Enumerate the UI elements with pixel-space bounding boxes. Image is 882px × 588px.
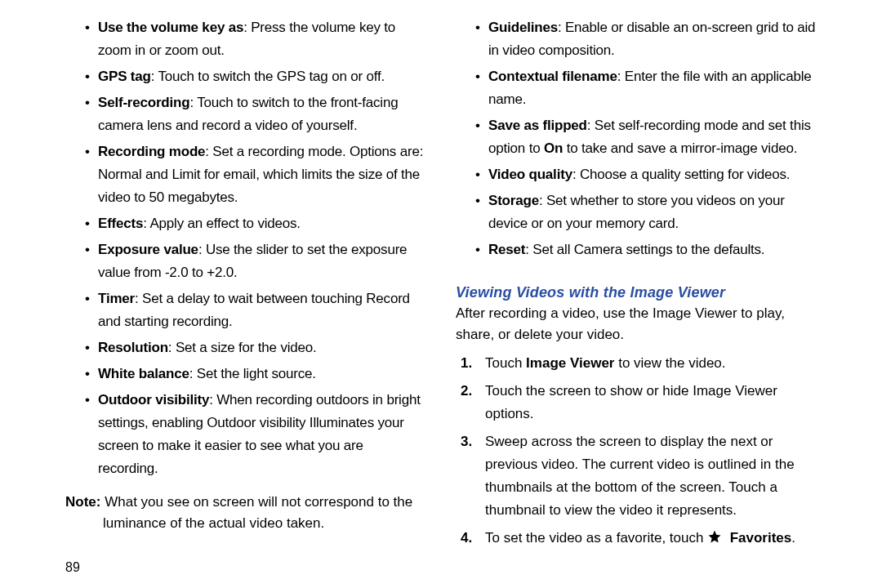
term: Effects [98,216,143,231]
term: Recording mode [98,144,205,159]
step-item: Sweep across the screen to display the n… [485,430,817,522]
list-item: Resolution: Set a size for the video. [98,336,426,359]
settings-list-left: Use the volume key as: Press the volume … [65,16,426,480]
term: Video quality [488,167,572,182]
term: Outdoor visibility [98,392,209,408]
term: Contextual filename [488,69,617,84]
step-bold: Favorites [730,530,792,546]
list-item: Save as flipped: Set self-recording mode… [488,114,817,160]
term: Storage [488,193,539,208]
desc: : Set all Camera settings to the default… [525,242,764,257]
term: GPS tag [98,69,151,84]
desc: : Choose a quality setting for videos. [572,167,790,182]
list-item: Effects: Apply an effect to videos. [98,212,426,235]
step-item: To set the video as a favorite, touch Fa… [485,527,817,550]
list-item: Outdoor visibility: When recording outdo… [98,389,426,480]
desc: to take and save a mirror-image video. [563,140,797,156]
list-item: Use the volume key as: Press the volume … [98,16,426,62]
term: Exposure value [98,242,198,257]
desc: : Set the light source. [189,366,316,381]
list-item: Video quality: Choose a quality setting … [488,163,817,186]
desc: : Set a size for the video. [168,340,317,355]
right-column: Guidelines: Enable or disable an on-scre… [441,16,849,572]
list-item: Contextual filename: Enter the file with… [488,65,817,111]
step-text: to view the video. [614,355,725,371]
page-number: 89 [65,560,80,575]
step-item: Touch the screen to show or hide Image V… [485,380,817,425]
left-column: Use the volume key as: Press the volume … [33,16,441,572]
inline-bold: On [544,140,563,156]
list-item: Storage: Set whether to store you videos… [488,189,817,235]
desc: : Apply an effect to videos. [143,216,301,231]
list-item: Timer: Set a delay to wait between touch… [98,287,426,333]
term: Resolution [98,340,168,355]
term: Save as flipped [488,118,587,133]
step-text: . [791,530,795,546]
step-text: Sweep across the screen to display the n… [485,434,795,518]
list-item: White balance: Set the light source. [98,363,426,385]
term: Reset [488,242,525,257]
star-icon [707,528,722,543]
step-text: Touch the screen to show or hide Image V… [485,383,777,421]
term: Use the volume key as [98,20,243,35]
section-heading: Viewing Videos with the Image Viewer [456,284,817,301]
desc: : Touch to switch the GPS tag on or off. [151,69,385,84]
desc: : Set a delay to wait between touching R… [98,291,410,329]
list-item: GPS tag: Touch to switch the GPS tag on … [98,65,426,88]
steps-list: Touch Image Viewer to view the video. To… [456,352,817,550]
term: White balance [98,366,189,381]
list-item: Self-recording: Touch to switch to the f… [98,91,426,137]
step-bold: Image Viewer [526,355,614,371]
term: Guidelines [488,20,558,35]
list-item: Reset: Set all Camera settings to the de… [488,238,817,261]
section-intro: After recording a video, use the Image V… [456,303,817,345]
step-text: To set the video as a favorite, touch [485,530,707,546]
term: Timer [98,291,135,306]
list-item: Exposure value: Use the slider to set th… [98,238,426,284]
note-label: Note: [65,494,100,510]
settings-list-right: Guidelines: Enable or disable an on-scre… [456,16,817,261]
list-item: Guidelines: Enable or disable an on-scre… [488,16,817,62]
step-item: Touch Image Viewer to view the video. [485,352,817,375]
note-text: What you see on screen will not correspo… [100,494,412,531]
term: Self-recording [98,95,189,110]
step-text: Touch [485,355,526,371]
list-item: Recording mode: Set a recording mode. Op… [98,140,426,209]
note: Note: What you see on screen will not co… [65,492,426,534]
manual-page: Use the volume key as: Press the volume … [0,0,882,588]
